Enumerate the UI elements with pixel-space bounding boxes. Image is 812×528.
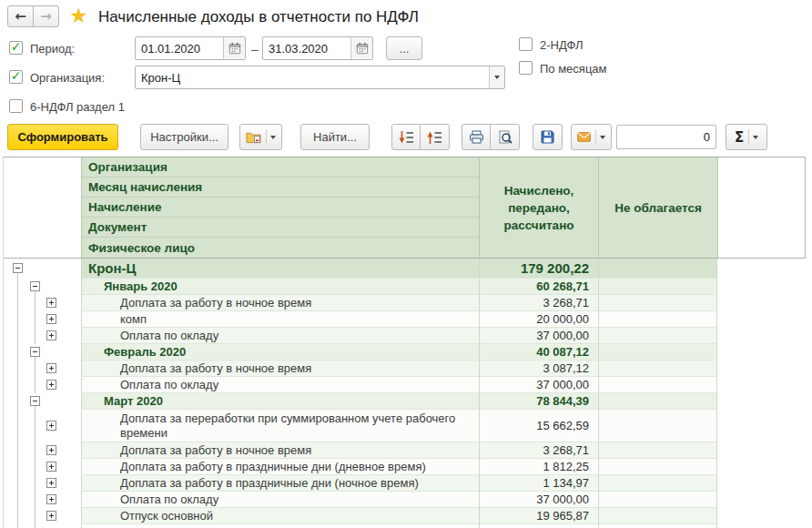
row-accrued-cell: 20 000,00: [479, 311, 598, 328]
collapse-toggle-icon[interactable]: [30, 281, 40, 291]
row-accrued-value: 1 134,97: [543, 476, 589, 490]
find-button[interactable]: Найти...: [300, 124, 370, 150]
header-accrual[interactable]: Начисление: [82, 198, 479, 218]
print-preview-button[interactable]: [490, 124, 520, 150]
row-label: Оплата по окладу: [82, 329, 218, 343]
row-label-cell: [81, 524, 479, 528]
header-accrued-column[interactable]: Начислено, передано, рассчитано: [479, 157, 598, 258]
report-row[interactable]: Оплата по окладу 37 000,00: [4, 328, 806, 344]
period-more-button[interactable]: ...: [386, 36, 422, 60]
save-button[interactable]: [533, 124, 563, 150]
expand-toggle-icon[interactable]: [46, 363, 56, 373]
report-row-empty[interactable]: [4, 524, 806, 528]
back-arrow-icon[interactable]: ←: [7, 5, 34, 27]
report-row[interactable]: Доплата за работу в ночное время 3 087,1…: [4, 360, 806, 377]
button-separator: [266, 129, 267, 145]
counter-input[interactable]: [617, 126, 716, 148]
grouping-headers: Организация Месяц начисления Начисление …: [81, 157, 479, 258]
row-exempt-cell: [598, 360, 717, 377]
calendar-icon[interactable]: [223, 37, 245, 59]
row-accrued-cell: 37 000,00: [479, 377, 598, 393]
report-row[interactable]: комп 20 000,00: [4, 311, 806, 328]
collapse-all-button[interactable]: [420, 124, 450, 150]
row-accrued-cell: 37 000,00: [479, 492, 598, 508]
row-accrued-cell: 60 268,71: [479, 279, 598, 295]
report-row[interactable]: Февраль 2020 40 087,12: [4, 344, 806, 360]
tree-guide-line: [35, 410, 36, 442]
by-months-checkbox[interactable]: [519, 61, 533, 75]
period-to-input[interactable]: [263, 37, 350, 59]
expand-toggle-icon[interactable]: [46, 511, 56, 521]
row-label-cell: Отпуск основной: [81, 508, 479, 524]
tree-guide-line: [17, 508, 18, 524]
row-label-cell: Крон-Ц: [81, 259, 479, 279]
dropdown-triangle: [494, 76, 500, 79]
row-label: Оплата по окладу: [82, 378, 218, 392]
report-row[interactable]: Март 2020 78 844,39: [4, 393, 806, 410]
chevron-down-icon[interactable]: [489, 66, 504, 88]
expand-toggle-icon[interactable]: [46, 298, 56, 308]
tree-guide-line: [35, 459, 36, 475]
report-row[interactable]: Крон-Ц 179 200,22: [4, 259, 806, 279]
period-from-input[interactable]: [136, 37, 223, 59]
expand-toggle-icon[interactable]: [46, 462, 56, 472]
print-button[interactable]: [462, 124, 492, 150]
report-row[interactable]: Доплата за работу в праздничные дни (дне…: [4, 459, 806, 475]
report-row[interactable]: Доплата за работу в ночное время 3 268,7…: [4, 295, 806, 311]
email-button[interactable]: [571, 124, 612, 150]
expand-toggle-icon[interactable]: [46, 314, 56, 324]
expand-toggle-icon[interactable]: [46, 421, 56, 431]
row-exempt-cell: [598, 377, 717, 393]
report-row[interactable]: Доплата за работу в ночное время 3 268,7…: [4, 442, 806, 459]
favorite-star-icon[interactable]: ★: [69, 3, 88, 28]
report-row[interactable]: Доплата за работу в праздничные дни (ноч…: [4, 475, 806, 492]
report-row[interactable]: Отпуск основной 19 965,87: [4, 508, 806, 524]
sum-button[interactable]: Σ: [726, 124, 767, 150]
report-row[interactable]: Январь 2020 60 268,71: [4, 279, 806, 295]
row-accrued-cell: 40 087,12: [479, 344, 598, 360]
period-from-field: [135, 36, 246, 60]
row-label-cell: Оплата по окладу: [81, 328, 479, 344]
tree-cell: [4, 475, 81, 492]
collapse-toggle-icon[interactable]: [13, 263, 23, 273]
settings-button[interactable]: Настройки...: [140, 124, 228, 150]
expand-toggle-icon[interactable]: [46, 330, 56, 340]
organization-input[interactable]: [136, 66, 489, 88]
generate-button[interactable]: Сформировать: [7, 124, 118, 150]
period-checkbox[interactable]: ✓: [9, 41, 23, 55]
chevron-down-icon: [270, 136, 276, 139]
expand-toggle-icon[interactable]: [46, 494, 56, 504]
header-person[interactable]: Физическое лицо: [82, 238, 479, 258]
header-document[interactable]: Документ: [82, 218, 479, 238]
organization-checkbox[interactable]: ✓: [9, 70, 23, 84]
header-exempt-column[interactable]: Не облагается: [598, 157, 717, 258]
ndfl6-section1-checkbox[interactable]: [9, 99, 23, 113]
report-table: Организация Месяц начисления Начисление …: [3, 157, 806, 528]
forward-arrow-icon[interactable]: →: [33, 5, 59, 27]
tree-cell: [4, 259, 81, 279]
nav-history-buttons: ← →: [7, 5, 59, 27]
row-label: Отпуск основной: [82, 509, 213, 523]
collapse-toggle-icon[interactable]: [30, 347, 40, 357]
collapse-toggle-icon[interactable]: [30, 396, 40, 406]
row-exempt-cell: [598, 311, 717, 328]
tree-guide-line: [35, 360, 36, 377]
calendar-icon[interactable]: [350, 37, 372, 59]
header-organization[interactable]: Организация: [82, 157, 479, 178]
row-exempt-cell: [598, 459, 717, 475]
header-accrual-month[interactable]: Месяц начисления: [82, 178, 479, 198]
expand-toggle-icon[interactable]: [46, 445, 56, 455]
row-label-cell: Февраль 2020: [81, 344, 479, 360]
row-exempt-cell: [598, 393, 717, 410]
report-variants-button[interactable]: [239, 124, 282, 150]
expand-toggle-icon[interactable]: [46, 380, 56, 390]
report-variants-folder-icon: [246, 130, 261, 144]
expand-toggle-icon[interactable]: [46, 478, 56, 488]
report-row[interactable]: Оплата по окладу 37 000,00: [4, 377, 806, 393]
ndfl2-checkbox[interactable]: [519, 37, 533, 51]
report-row[interactable]: Доплата за переработки при суммированном…: [4, 410, 806, 442]
expand-all-button[interactable]: [391, 124, 421, 150]
report-row[interactable]: Оплата по окладу 37 000,00: [4, 492, 806, 508]
tree-guide-line: [35, 295, 36, 311]
organization-label: Организация:: [30, 71, 105, 85]
